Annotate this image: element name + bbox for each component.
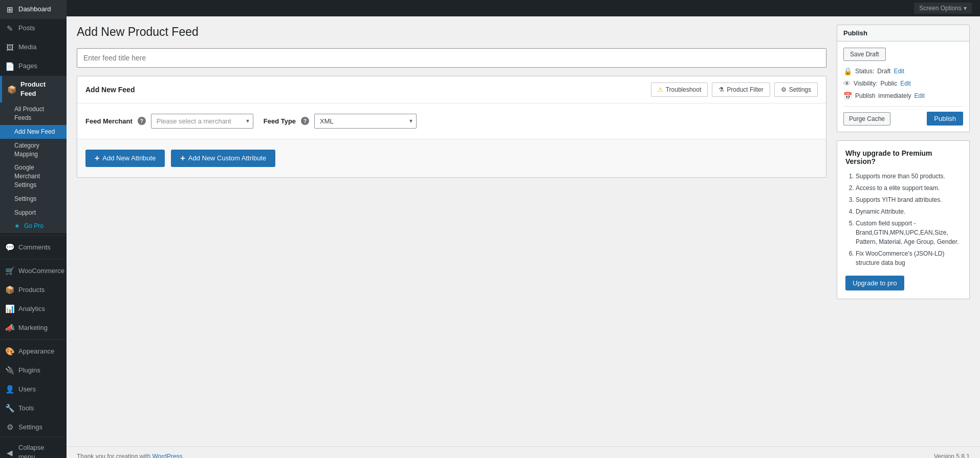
save-draft-button[interactable]: Save Draft	[843, 48, 886, 61]
product-feed-submenu: All Product Feeds Add New Feed Category …	[0, 102, 67, 233]
footer-text: Thank you for creating with WordPress.	[77, 453, 184, 458]
chevron-down-icon	[964, 5, 967, 12]
sidebar-item-media[interactable]: 🖼 Media	[0, 38, 67, 57]
sidebar-item-appearance[interactable]: 🎨 Appearance	[0, 342, 67, 361]
visibility-value: Public	[880, 80, 897, 87]
merchant-field-group: Feed Merchant ? Please select a merchant	[85, 114, 253, 129]
submenu-label: Support	[14, 209, 36, 217]
add-attribute-button[interactable]: + Add New Attribute	[85, 150, 165, 167]
analytics-icon: 📊	[5, 303, 14, 314]
feed-type-help-icon[interactable]: ?	[301, 117, 309, 125]
feed-type-select[interactable]: XML CSV TSV	[314, 114, 417, 129]
settings-icon: ⚙	[5, 422, 14, 432]
status-label: Status:	[855, 68, 874, 75]
sidebar-item-settings-submenu[interactable]: Settings	[0, 192, 67, 206]
list-item: Supports more than 50 products.	[856, 172, 961, 181]
collapse-icon: ◀	[5, 447, 14, 458]
sidebar-item-comments[interactable]: 💬 Comments	[0, 238, 67, 257]
appearance-icon: 🎨	[5, 346, 14, 357]
add-custom-attribute-button[interactable]: + Add New Custom Attribute	[171, 150, 275, 167]
sidebar-item-dashboard[interactable]: ⊞ Dashboard	[0, 0, 67, 19]
sidebar-item-products[interactable]: 📦 Products	[0, 280, 67, 299]
sidebar-item-label: WooCommerce	[18, 266, 64, 276]
sidebar-item-settings-main[interactable]: ⚙ Settings	[0, 418, 67, 436]
publish-edit-link[interactable]: Edit	[914, 92, 925, 99]
sidebar-divider	[0, 235, 67, 236]
publish-box: Publish Save Draft 🔒 Status: Draft Edit …	[837, 25, 970, 132]
feed-panel: Add New Feed ⚠ Troubleshoot ⚗ Product Fi…	[77, 76, 826, 178]
product-filter-button[interactable]: ⚗ Product Filter	[712, 82, 770, 97]
visibility-edit-link[interactable]: Edit	[900, 80, 911, 87]
publish-date-meta-item: 📅 Publish immediately Edit	[843, 92, 963, 100]
submenu-label: Category Mapping	[14, 141, 61, 159]
sidebar-item-label: Media	[18, 43, 36, 52]
feed-type-select-wrapper: XML CSV TSV	[314, 114, 417, 129]
feed-merchant-row: Feed Merchant ? Please select a merchant…	[77, 103, 826, 139]
sidebar-item-add-new-feed[interactable]: Add New Feed	[0, 125, 67, 139]
sidebar-item-label: Users	[18, 385, 36, 394]
merchant-help-icon[interactable]: ?	[138, 117, 146, 125]
upgrade-to-pro-button[interactable]: Upgrade to pro	[845, 276, 904, 290]
pages-icon: 📄	[5, 61, 14, 72]
sidebar-item-label: Posts	[18, 24, 35, 33]
users-icon: 👤	[5, 384, 14, 394]
publish-actions: Purge Cache Publish	[843, 106, 963, 126]
attributes-buttons: + Add New Attribute + Add New Custom Att…	[85, 150, 818, 167]
purge-cache-button[interactable]: Purge Cache	[843, 112, 890, 126]
sidebar-item-pages[interactable]: 📄 Pages	[0, 57, 67, 76]
feed-settings-label: Settings	[789, 86, 811, 93]
sidebar-item-posts[interactable]: ✎ Posts	[0, 19, 67, 38]
screen-options-button[interactable]: Screen Options	[914, 3, 972, 14]
merchant-select-wrapper: Please select a merchant	[151, 114, 253, 129]
merchant-select[interactable]: Please select a merchant	[151, 114, 253, 129]
publish-button[interactable]: Publish	[927, 112, 963, 126]
feed-title-input[interactable]	[77, 48, 826, 68]
submenu-label: Settings	[14, 195, 36, 203]
sidebar-item-label: Marketing	[18, 323, 48, 332]
publish-box-header: Publish	[837, 25, 969, 41]
troubleshoot-label: Troubleshoot	[666, 86, 702, 93]
sidebar-item-users[interactable]: 👤 Users	[0, 380, 67, 399]
dashboard-icon: ⊞	[5, 4, 14, 15]
sidebar-item-plugins[interactable]: 🔌 Plugins	[0, 361, 67, 380]
sidebar-item-collapse-menu[interactable]: ◀ Collapse menu	[0, 439, 67, 458]
sidebar-item-woocommerce[interactable]: 🛒 WooCommerce	[0, 261, 67, 280]
sidebar-item-support[interactable]: Support	[0, 206, 67, 220]
screen-options-label: Screen Options	[919, 5, 962, 12]
sidebar-item-marketing[interactable]: 📣 Marketing	[0, 318, 67, 337]
troubleshoot-button[interactable]: ⚠ Troubleshoot	[651, 82, 708, 97]
publish-when: immediately	[878, 92, 911, 99]
sidebar-item-label: Settings	[18, 423, 42, 432]
sidebar-item-label: Appearance	[18, 347, 54, 356]
list-item: Fix WooCommerce's (JSON-LD) structure da…	[856, 249, 961, 267]
product-feed-icon: 📦	[7, 84, 16, 95]
sidebar-item-product-feed[interactable]: 📦 Product Feed	[0, 76, 67, 102]
sidebar-item-go-pro[interactable]: ★ Go Pro	[0, 219, 67, 233]
sidebar-item-category-mapping[interactable]: Category Mapping	[0, 139, 67, 161]
sidebar-item-analytics[interactable]: 📊 Analytics	[0, 299, 67, 318]
list-item: Dynamic Attribute.	[856, 207, 961, 216]
sidebar-item-google-merchant-settings[interactable]: Google Merchant Settings	[0, 161, 67, 192]
sidebar-item-label: Plugins	[18, 366, 40, 375]
sidebar-item-tools[interactable]: 🔧 Tools	[0, 399, 67, 418]
version-label: Version 5.8.1	[934, 453, 970, 458]
feed-panel-title: Add New Feed	[85, 86, 651, 94]
sidebar-item-all-product-feeds[interactable]: All Product Feeds	[0, 102, 67, 125]
sidebar-item-label: Dashboard	[18, 5, 51, 14]
status-value: Draft	[877, 68, 890, 75]
list-item: Custom field support - Brand,GTIN,MPN,UP…	[856, 219, 961, 246]
status-icon: 🔒	[843, 67, 852, 75]
visibility-meta-item: 👁 Visibility: Public Edit	[843, 79, 963, 88]
main-area: Add New Product Feed Add New Feed ⚠ Trou…	[67, 0, 980, 458]
status-edit-link[interactable]: Edit	[894, 68, 904, 75]
visibility-label: Visibility:	[854, 80, 877, 87]
panel-actions: ⚠ Troubleshoot ⚗ Product Filter ⚙ Settin…	[651, 82, 818, 97]
sidebar: ⊞ Dashboard ✎ Posts 🖼 Media 📄 Pages 📦 Pr…	[0, 0, 67, 458]
sidebar-collapse-divider	[0, 436, 67, 437]
sidebar-item-label: Comments	[18, 243, 51, 252]
feed-type-field-group: Feed Type ? XML CSV TSV	[264, 114, 417, 129]
feed-type-label: Feed Type	[264, 117, 296, 125]
wordpress-link[interactable]: WordPress	[152, 453, 182, 458]
premium-list: Supports more than 50 products. Access t…	[845, 172, 961, 267]
feed-settings-button[interactable]: ⚙ Settings	[774, 82, 818, 97]
